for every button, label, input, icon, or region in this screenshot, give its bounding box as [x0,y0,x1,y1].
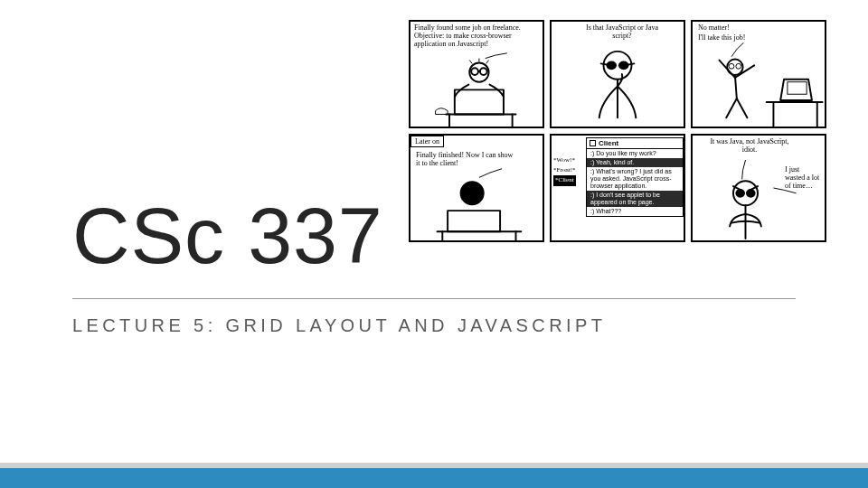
svg-rect-24 [788,82,807,95]
svg-line-20 [735,75,737,99]
svg-point-1 [471,68,478,75]
svg-line-4 [469,61,472,64]
comic-panel-3: No matter! I'll take this job! [691,20,826,128]
chat-header: Client [587,138,683,149]
panel-5-aside-3: *Client [553,175,576,185]
panel-1-caption: Finally found some job on freelance. Obj… [414,24,536,48]
chat-title: Client [599,139,618,147]
slide-title: Finally found some job on freelance. Obj… [0,0,868,488]
comic-panel-2: Is that JavaScript or Java script? [550,20,685,128]
svg-line-15 [629,63,635,64]
panel-2-caption: Is that JavaScript or Java script? [577,24,667,41]
panel-5-aside-2: *Front!* [553,165,576,175]
svg-point-19 [736,63,741,69]
comic-panel-1: Finally found some job on freelance. Obj… [409,20,544,128]
footer-accent-bar [0,468,868,488]
chat-app-icon [590,140,596,146]
chat-line-3: :) What's wrong? I just did as you asked… [587,167,683,191]
panel-3-caption-a: No matter! [698,24,730,33]
slide-subtitle: LECTURE 5: GRID LAYOUT AND JAVASCRIPT [72,315,796,336]
panel-4-tag: Later on [410,136,444,147]
svg-point-12 [606,61,617,70]
svg-line-14 [601,63,607,64]
svg-rect-7 [455,89,504,114]
title-block: CSc 337 LECTURE 5: GRID LAYOUT AND JAVAS… [72,190,796,336]
svg-point-13 [618,61,629,70]
svg-point-18 [729,63,734,69]
panel-6-caption-a: It was Java, not JavaScript, idiot. [709,138,790,155]
panel-5-aside-1: *Wow!* [553,155,576,165]
svg-line-6 [486,61,489,64]
chat-line-2: :) Yeah, kind of. [587,158,683,167]
panel-3-caption-b: I'll take this job! [698,34,745,42]
panel-4-caption: Finally finished! Now I can show it to t… [416,152,515,168]
title-divider [72,298,796,299]
chat-line-1: :) Do you like my work? [587,149,683,158]
svg-point-2 [480,68,487,75]
panel-6-caption-b: I just wasted a lot of time… [785,166,821,190]
slide-title-text: CSc 337 [72,190,796,282]
